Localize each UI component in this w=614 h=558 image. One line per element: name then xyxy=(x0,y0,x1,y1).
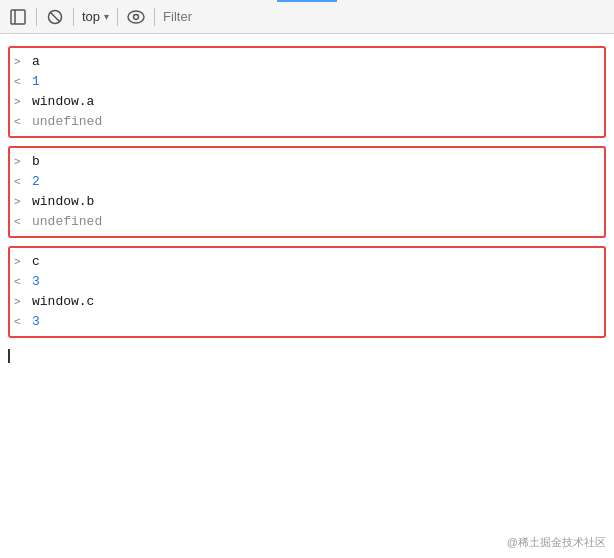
console-output: > a < 1 > window.a < undefined > b < 2 >… xyxy=(0,34,614,558)
row-key: window.b xyxy=(32,192,94,212)
watermark: @稀土掘金技术社区 xyxy=(507,535,606,550)
toolbar: top ▾ xyxy=(0,0,614,34)
separator-4 xyxy=(154,8,155,26)
expand-arrow[interactable]: > xyxy=(14,92,30,112)
return-arrow: < xyxy=(14,272,30,292)
expand-arrow[interactable]: > xyxy=(14,292,30,312)
expand-arrow[interactable]: > xyxy=(14,52,30,72)
row-key: b xyxy=(32,152,40,172)
expand-arrow[interactable]: > xyxy=(14,152,30,172)
list-item: < 3 xyxy=(10,312,604,332)
list-item: < 2 xyxy=(10,172,604,192)
row-key: a xyxy=(32,52,40,72)
separator-2 xyxy=(73,8,74,26)
list-item: > a xyxy=(10,52,604,72)
row-key: window.c xyxy=(32,292,94,312)
row-value: undefined xyxy=(32,212,102,232)
context-label: top xyxy=(82,9,100,24)
expand-arrow[interactable]: > xyxy=(14,192,30,212)
row-key: window.a xyxy=(32,92,94,112)
block-icon[interactable] xyxy=(45,7,65,27)
row-value: 3 xyxy=(32,272,40,292)
row-value: 2 xyxy=(32,172,40,192)
row-value: 1 xyxy=(32,72,40,92)
list-item: > c xyxy=(10,252,604,272)
row-key: c xyxy=(32,252,40,272)
svg-rect-0 xyxy=(11,10,25,24)
list-item: < 3 xyxy=(10,272,604,292)
row-value: 3 xyxy=(32,312,40,332)
return-arrow: < xyxy=(14,212,30,232)
group-a: > a < 1 > window.a < undefined xyxy=(8,46,606,138)
row-value: undefined xyxy=(32,112,102,132)
list-item: < undefined xyxy=(10,112,604,132)
group-b: > b < 2 > window.b < undefined xyxy=(8,146,606,238)
separator-3 xyxy=(117,8,118,26)
chevron-down-icon: ▾ xyxy=(104,11,109,22)
panel-icon[interactable] xyxy=(8,7,28,27)
list-item: < 1 xyxy=(10,72,604,92)
text-cursor xyxy=(8,349,10,363)
filter-input[interactable] xyxy=(163,9,606,24)
list-item: > window.b xyxy=(10,192,604,212)
input-cursor-line xyxy=(0,346,614,366)
list-item: < undefined xyxy=(10,212,604,232)
list-item: > window.a xyxy=(10,92,604,112)
group-c: > c < 3 > window.c < 3 xyxy=(8,246,606,338)
list-item: > window.c xyxy=(10,292,604,312)
svg-line-3 xyxy=(50,12,60,22)
svg-point-4 xyxy=(128,11,144,23)
return-arrow: < xyxy=(14,312,30,332)
return-arrow: < xyxy=(14,72,30,92)
svg-point-5 xyxy=(134,14,139,19)
return-arrow: < xyxy=(14,112,30,132)
expand-arrow[interactable]: > xyxy=(14,252,30,272)
eye-icon[interactable] xyxy=(126,7,146,27)
list-item: > b xyxy=(10,152,604,172)
separator-1 xyxy=(36,8,37,26)
context-dropdown[interactable]: top ▾ xyxy=(82,9,109,24)
return-arrow: < xyxy=(14,172,30,192)
